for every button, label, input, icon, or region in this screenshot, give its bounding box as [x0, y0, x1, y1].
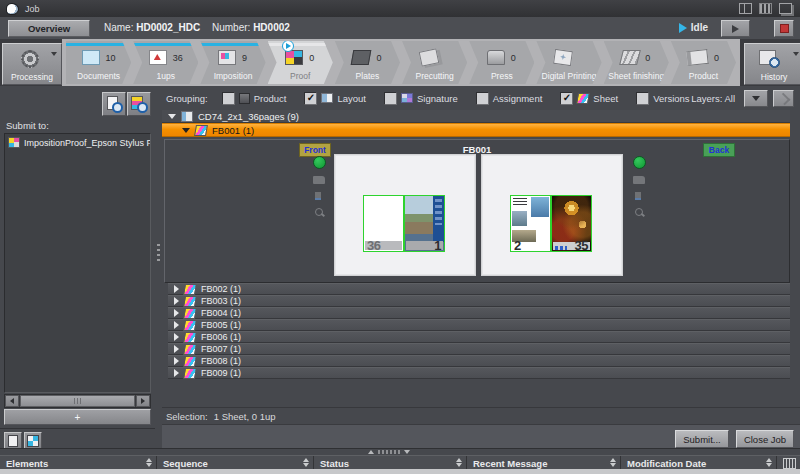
- layers-apply-button[interactable]: [773, 90, 794, 107]
- option-label: Signature: [417, 93, 458, 104]
- tree-sheet-fb009[interactable]: FB009 (1): [168, 367, 790, 379]
- sidebar-horizontal-scrollbar[interactable]: [4, 394, 151, 408]
- workflow-bar: Processing 10 Documents 36 1ups 9 Imposi…: [0, 39, 800, 86]
- overview-button[interactable]: Overview: [8, 20, 90, 37]
- start-processing-button[interactable]: [721, 20, 750, 37]
- sheet-name: FB004 (1): [201, 308, 241, 318]
- column-status[interactable]: Status: [314, 456, 467, 470]
- step-1ups[interactable]: 36 1ups: [133, 41, 198, 84]
- tree-sheet-fb002[interactable]: FB002 (1): [168, 283, 790, 295]
- magnifier-icon: [112, 102, 123, 113]
- add-submit-target-button[interactable]: +: [4, 409, 151, 425]
- assignment-checkbox[interactable]: [476, 92, 489, 105]
- page-36-thumb[interactable]: 36: [363, 195, 404, 252]
- grouping-option-product[interactable]: Product: [222, 92, 287, 105]
- sort-icon[interactable]: [766, 458, 772, 467]
- tree-sheet-fb001-selected[interactable]: FB001 (1): [162, 123, 790, 137]
- tree-sheet-fb003[interactable]: FB003 (1): [168, 295, 790, 307]
- grouping-option-assignment[interactable]: Assignment: [476, 92, 543, 105]
- tree-sheet-fb008[interactable]: FB008 (1): [168, 355, 790, 367]
- collapsed-triangle-icon[interactable]: [174, 285, 179, 293]
- expanded-triangle-icon[interactable]: [182, 128, 190, 133]
- stop-processing-button[interactable]: [774, 20, 794, 37]
- processing-button[interactable]: Processing: [2, 43, 62, 85]
- tree-sheet-fb005[interactable]: FB005 (1): [168, 319, 790, 331]
- zoom-icon[interactable]: [315, 208, 323, 216]
- page-1-thumb[interactable]: 1: [404, 195, 445, 252]
- step-precutting[interactable]: Precutting: [402, 41, 467, 84]
- folder-icon[interactable]: [313, 176, 325, 184]
- column-sequence[interactable]: Sequence: [157, 456, 314, 470]
- tree-sheet-fb006[interactable]: FB006 (1): [168, 331, 790, 343]
- step-label: Precutting: [402, 71, 467, 81]
- versions-checkbox[interactable]: [636, 92, 649, 105]
- separation-preview-button[interactable]: [127, 92, 151, 116]
- history-button[interactable]: History: [744, 43, 800, 85]
- sheet-icon: [183, 356, 197, 367]
- title-bar: Job: [0, 0, 800, 18]
- collapsed-triangle-icon[interactable]: [174, 321, 179, 329]
- scroll-left-button[interactable]: [5, 395, 19, 407]
- grouping-option-sheet[interactable]: ✓ Sheet: [560, 92, 618, 105]
- step-count: 0: [511, 53, 517, 63]
- step-product[interactable]: 0 Product: [671, 41, 736, 84]
- cascade-windows-icon[interactable]: [779, 3, 792, 14]
- split-view-icon[interactable]: [739, 3, 752, 14]
- step-count: 9: [242, 53, 248, 63]
- signature-checkbox[interactable]: [384, 92, 397, 105]
- step-press[interactable]: 0 Press: [469, 41, 534, 84]
- step-proof[interactable]: 0 Proof: [268, 41, 333, 84]
- tree-sheet-fb004[interactable]: FB004 (1): [168, 307, 790, 319]
- front-pages: 36 1: [363, 195, 445, 252]
- sort-icon[interactable]: [303, 458, 309, 467]
- layers-dropdown-button[interactable]: [744, 90, 768, 107]
- layout-checkbox[interactable]: ✓: [304, 92, 317, 105]
- collapsed-triangle-icon[interactable]: [174, 357, 179, 365]
- scrollbar-thumb[interactable]: [20, 395, 135, 407]
- back-sheet-thumbnail[interactable]: 2 35: [481, 154, 623, 276]
- grouping-option-layout[interactable]: ✓ Layout: [304, 92, 366, 105]
- splitter-handle[interactable]: [368, 450, 410, 454]
- sort-icon[interactable]: [146, 458, 152, 467]
- scroll-right-button[interactable]: [136, 395, 150, 407]
- column-settings[interactable]: [777, 456, 799, 470]
- column-elements[interactable]: Elements: [0, 456, 157, 470]
- printer-icon: [8, 137, 20, 148]
- step-sheet-finishing[interactable]: 0 Sheet finishing: [604, 41, 669, 84]
- product-checkbox[interactable]: [222, 92, 235, 105]
- proof-icon: [285, 50, 303, 65]
- sort-icon[interactable]: [610, 458, 616, 467]
- zoom-icon[interactable]: [635, 208, 643, 216]
- expanded-triangle-icon[interactable]: [168, 114, 176, 119]
- sidebar-divider: [0, 428, 155, 429]
- page-35-thumb[interactable]: 35: [551, 195, 592, 252]
- collapsed-triangle-icon[interactable]: [174, 369, 179, 377]
- grouping-option-versions[interactable]: Versions: [636, 92, 689, 105]
- collapsed-triangle-icon[interactable]: [174, 345, 179, 353]
- sort-icon[interactable]: [456, 458, 462, 467]
- proof-preview-button[interactable]: [102, 92, 126, 116]
- column-modification-date[interactable]: Modification Date: [621, 456, 777, 470]
- selection-status-bar: Selection: 1 Sheet, 0 1up: [162, 407, 800, 424]
- step-imposition[interactable]: 9 Imposition: [200, 41, 265, 84]
- folder-icon[interactable]: [633, 176, 645, 184]
- collapsed-triangle-icon[interactable]: [174, 309, 179, 317]
- grouping-option-signature[interactable]: Signature: [384, 92, 458, 105]
- step-digital-printing[interactable]: Digital Printing: [536, 41, 601, 84]
- column-recent-message[interactable]: Recent Message: [467, 456, 621, 470]
- collapsed-triangle-icon[interactable]: [174, 297, 179, 305]
- columns-view-icon[interactable]: [759, 3, 772, 14]
- tree-sheet-fb007[interactable]: FB007 (1): [168, 343, 790, 355]
- page-2-thumb[interactable]: 2: [510, 195, 551, 252]
- submit-button[interactable]: Submit...: [675, 430, 729, 448]
- submit-target-item[interactable]: ImpositionProof_Epson Stylus Pro 7900: [5, 134, 150, 151]
- tree-root-layout[interactable]: CD74_2x1_36pages (9): [162, 110, 790, 123]
- step-plates[interactable]: 0 Plates: [335, 41, 400, 84]
- step-documents[interactable]: 10 Documents: [66, 41, 131, 84]
- sheet-checkbox[interactable]: ✓: [560, 92, 573, 105]
- submit-target-label: ImpositionProof_Epson Stylus Pro 7900: [24, 138, 151, 148]
- collapsed-triangle-icon[interactable]: [174, 333, 179, 341]
- front-sheet-thumbnail[interactable]: 36 1: [334, 154, 476, 276]
- close-job-button[interactable]: Close Job: [736, 430, 794, 448]
- column-label: Recent Message: [473, 458, 547, 469]
